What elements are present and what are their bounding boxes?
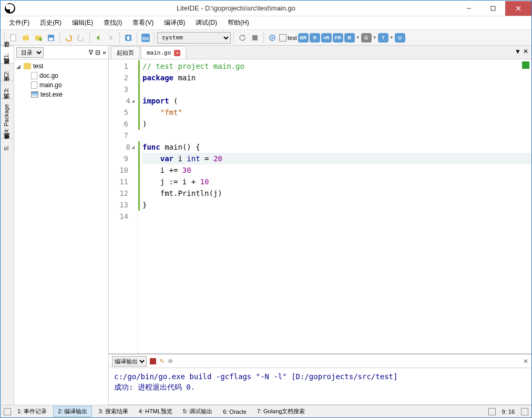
menu-find[interactable]: 查找(I)	[98, 16, 127, 29]
dropdown-icon[interactable]: ▼	[356, 35, 360, 40]
status-indicator	[522, 61, 529, 69]
svg-rect-21	[252, 35, 258, 40]
clear-icon[interactable]: ✎	[159, 358, 165, 365]
svg-rect-4	[11, 35, 16, 41]
menu-build[interactable]: 编译(B)	[159, 16, 190, 29]
output-selector[interactable]: 编译输出	[112, 356, 147, 367]
editor-tab-bar: 起始页 main.go × ▼ ✕	[109, 46, 531, 59]
status-tab-debug[interactable]: 5: 调试输出	[179, 406, 217, 416]
svg-marker-13	[96, 35, 99, 40]
output-panel: 编译输出 ✎ ✲ ✕ c:/go/bin/go.exe build -gcfla…	[109, 353, 531, 405]
env-select[interactable]: system	[157, 32, 231, 44]
menu-help[interactable]: 帮助(H)	[222, 16, 254, 29]
file-tree: ◢ test doc.go main.go test.exe	[14, 59, 108, 101]
vtab-outline[interactable]: 3: 大纲	[1, 80, 14, 98]
sidebar-header: 目录 ∇ ⊟ »	[14, 46, 108, 59]
test-checkbox[interactable]	[279, 34, 287, 41]
badge-b[interactable]: B	[344, 33, 355, 43]
open-file-icon[interactable]	[20, 32, 32, 44]
titlebar: LiteIDE - D:\goprojects\src\test\main.go	[1, 1, 531, 16]
vtab-classview[interactable]: 2: 类视图	[1, 63, 14, 80]
tree-file-label: doc.go	[39, 72, 58, 79]
output-body[interactable]: c:/go/bin/go.exe build -gcflags "-N -l" …	[109, 368, 531, 405]
sidebar: 目录 ∇ ⊟ » ◢ test doc.go main.go test.exe	[14, 46, 109, 405]
minimize-button[interactable]	[457, 1, 481, 16]
sidebar-selector[interactable]: 目录	[16, 47, 44, 58]
status-tab-doc[interactable]: 7: Golang文档搜索	[253, 406, 310, 416]
menu-history[interactable]: 历史(R)	[35, 16, 67, 29]
cursor-position: 9: 16	[498, 409, 519, 415]
redo-icon[interactable]	[75, 32, 87, 44]
close-output-icon[interactable]: ✕	[523, 358, 528, 365]
badge-fr[interactable]: FR	[333, 33, 343, 43]
code-lines[interactable]: // test project main.gopackage mainimpor…	[138, 59, 531, 353]
refresh-icon[interactable]	[237, 32, 248, 44]
menu-debug[interactable]: 调试(D)	[190, 16, 222, 29]
stop-output-icon[interactable]	[150, 358, 156, 364]
tab-main-label: main.go	[147, 49, 171, 56]
stop-icon[interactable]	[249, 32, 261, 44]
tab-close-all-icon[interactable]: ✕	[523, 48, 528, 55]
undo-icon[interactable]	[63, 32, 74, 44]
badge-br[interactable]: BR	[298, 33, 309, 43]
status-tab-oracle[interactable]: 6: Oracle	[219, 407, 251, 416]
home-icon[interactable]	[122, 32, 134, 44]
change-marker	[138, 141, 140, 211]
badge-t[interactable]: T	[378, 33, 388, 43]
vtab-filesystem[interactable]: 5: 文件系统	[1, 138, 14, 155]
badge-sr[interactable]: >R	[321, 33, 332, 43]
forward-icon[interactable]	[105, 32, 117, 44]
maximize-button[interactable]	[481, 1, 505, 16]
tree-root-label: test	[33, 62, 43, 70]
vtab-package[interactable]: 4: Package浏览	[1, 98, 14, 138]
more-icon[interactable]: »	[103, 49, 106, 56]
menu-view[interactable]: 查看(V)	[127, 16, 159, 29]
menu-edit[interactable]: 编辑(E)	[67, 16, 98, 29]
badge-g[interactable]: G	[361, 33, 372, 43]
status-tab-events[interactable]: 1: 事件记录	[13, 406, 51, 416]
close-button[interactable]	[505, 1, 531, 16]
status-tab-html[interactable]: 4: HTML预览	[135, 406, 177, 416]
window-title: LiteIDE - D:\goprojects\src\test\main.go	[15, 4, 457, 12]
collapse-icon[interactable]: ◢	[16, 64, 22, 69]
settings-icon[interactable]: ✲	[168, 358, 173, 365]
tab-main[interactable]: main.go ×	[141, 46, 186, 59]
dropdown-icon[interactable]: ▼	[373, 35, 377, 40]
vtab-directory[interactable]: 1: 目录	[1, 46, 14, 63]
filter-icon[interactable]: ∇	[89, 49, 93, 56]
toolbar: Go system test BR R >R FR B ▼ G ▼ T ▼ U	[1, 30, 531, 46]
tab-start-label: 起始页	[117, 49, 134, 57]
open-folder-icon[interactable]	[33, 32, 44, 44]
code-editor[interactable]: 1234◢5678◢91011121314 // test project ma…	[109, 59, 531, 353]
tree-file-label: main.go	[39, 81, 62, 89]
save-icon[interactable]	[45, 32, 57, 44]
change-marker	[138, 60, 140, 130]
dropdown-icon[interactable]: ▼	[390, 35, 394, 40]
tree-file-exe[interactable]: test.exe	[16, 90, 106, 99]
tab-start[interactable]: 起始页	[111, 46, 140, 59]
left-vertical-tabs: 1: 目录 2: 类视图 3: 大纲 4: Package浏览 5: 文件系统	[1, 46, 14, 405]
badge-u[interactable]: U	[395, 33, 405, 43]
gear-icon[interactable]	[267, 32, 278, 44]
tree-root[interactable]: ◢ test	[16, 61, 106, 71]
output-line: 成功: 进程退出代码 0.	[114, 382, 526, 392]
go-icon[interactable]: Go	[140, 32, 151, 44]
status-tab-build[interactable]: 2: 编译输出	[53, 406, 92, 417]
new-file-icon[interactable]	[7, 32, 19, 44]
statusbar-icon[interactable]	[521, 408, 528, 415]
status-tab-search[interactable]: 3: 搜索结果	[94, 406, 132, 416]
svg-point-8	[39, 38, 42, 41]
statusbar-icon[interactable]	[488, 408, 496, 415]
tree-file-doc[interactable]: doc.go	[16, 71, 106, 80]
back-icon[interactable]	[93, 32, 104, 44]
tree-file-main[interactable]: main.go	[16, 80, 106, 90]
badge-r[interactable]: R	[310, 33, 320, 43]
statusbar-icon[interactable]	[4, 408, 11, 415]
tab-menu-icon[interactable]: ▼	[515, 48, 521, 55]
svg-rect-5	[23, 36, 29, 40]
statusbar: 1: 事件记录 2: 编译输出 3: 搜索结果 4: HTML预览 5: 调试输…	[1, 405, 531, 417]
tab-close-icon[interactable]: ×	[174, 50, 180, 56]
sync-icon[interactable]: ⊟	[95, 49, 100, 56]
menu-file[interactable]: 文件(F)	[4, 16, 35, 29]
output-line: c:/go/bin/go.exe build -gcflags "-N -l" …	[114, 371, 526, 382]
